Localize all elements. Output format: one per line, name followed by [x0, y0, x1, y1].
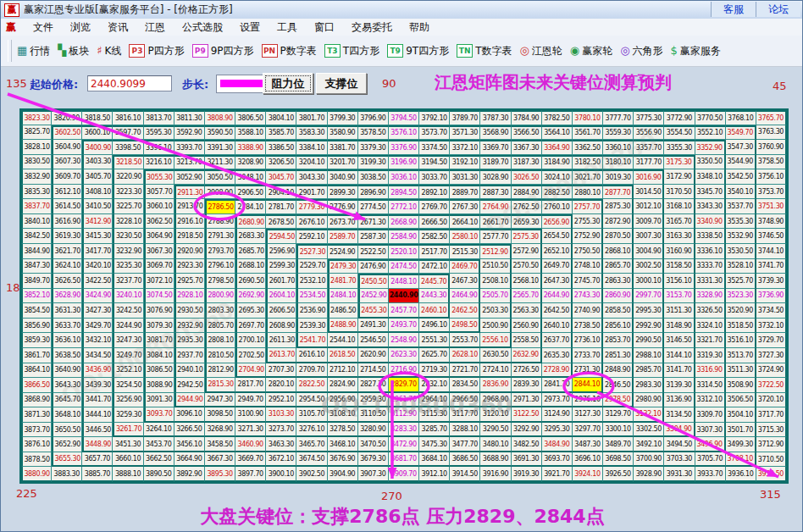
title-link-service[interactable]: 客服 — [711, 2, 756, 17]
grid-cell: 3528.10 — [726, 259, 756, 274]
grid-cell: 3736.90 — [756, 289, 787, 304]
grid-cell: 2522.50 — [358, 244, 389, 259]
menu-item[interactable]: 窗口 — [306, 20, 343, 35]
grid-cell: 2911.30 — [174, 185, 205, 200]
grid-cell: 2472.10 — [419, 259, 450, 274]
grid-cell: 3268.90 — [205, 423, 235, 438]
grid-cell: 3074.50 — [144, 289, 174, 304]
grid-cell: 2832.10 — [419, 378, 450, 393]
grid-cell: 2940.10 — [174, 363, 205, 379]
grid-cell: 2565.70 — [512, 289, 542, 304]
grid-cell: 2913.70 — [174, 199, 205, 214]
toolbar-button-T数字表[interactable]: TNT数字表 — [457, 44, 512, 58]
grid-cell: 3655.30 — [52, 452, 82, 468]
grid-cell: 3242.50 — [113, 303, 143, 319]
toolbar-button-P四方形[interactable]: P3P四方形 — [129, 44, 184, 58]
grid-cell: 3698.50 — [603, 452, 634, 468]
toolbar-button-赢家轮[interactable]: ◉赢家轮 — [570, 44, 612, 58]
dollar-icon: $ — [671, 45, 678, 57]
grid-cell: 3134.50 — [664, 407, 695, 423]
grid-cell: 3422.50 — [82, 274, 113, 289]
support-button[interactable]: 支撑位 — [316, 73, 367, 94]
grid-cell: 2448.10 — [389, 274, 419, 289]
grid-cell: 3410.50 — [82, 199, 113, 214]
menu-item[interactable]: 浏览 — [62, 20, 99, 35]
menu-item[interactable]: 交易委托 — [343, 20, 401, 35]
toolbar-button-9P四方形[interactable]: P99P四方形 — [192, 44, 254, 58]
grid-cell: 3573.70 — [419, 125, 450, 141]
grid-cell: 3578.50 — [358, 125, 389, 141]
title-link-forum[interactable]: 论坛 — [756, 2, 800, 17]
grid-cell: 3576.10 — [389, 125, 419, 141]
grid-cell: 3777.70 — [603, 110, 634, 125]
quote-grid-icon: ▦ — [17, 45, 27, 57]
grid-cell: 3628.90 — [52, 289, 82, 304]
grid-cell: 2908.90 — [205, 185, 235, 200]
grid-cell: 3208.90 — [235, 155, 266, 170]
grid-cell: 2980.90 — [634, 393, 664, 408]
grid-cell: 3160.90 — [664, 244, 695, 259]
grid-cell: 2532.10 — [296, 274, 327, 289]
grid-cell: 3744.10 — [756, 244, 787, 259]
grid-cell: 3480.10 — [480, 437, 511, 452]
grid-cell: 3230.50 — [113, 229, 143, 244]
menu-item[interactable]: 江恩 — [136, 20, 174, 35]
grid-cell: 2594.50 — [266, 229, 296, 244]
grid-cell: 3405.70 — [82, 169, 113, 185]
grid-cell: 2690.50 — [235, 274, 266, 289]
grid-cell: 3861.70 — [21, 348, 52, 363]
toolbar-button-P数字表[interactable]: PNP数字表 — [262, 44, 317, 58]
grid-cell: 3386.50 — [266, 140, 296, 155]
grid-cell: 3832.90 — [21, 169, 52, 185]
grid-cell: 2664.10 — [450, 214, 480, 230]
toolbar-button-赢家服务[interactable]: $赢家服务 — [671, 44, 721, 58]
grid-cell: 3487.30 — [573, 437, 603, 452]
window-title: 赢家江恩专业版[赢家服务平台] - [价格正方形] — [24, 3, 233, 17]
grid-cell: 3732.10 — [756, 319, 787, 334]
grid-cell: 3372.10 — [450, 140, 480, 155]
menu-item[interactable]: 工具 — [269, 20, 306, 35]
toolbar-button-六角形[interactable]: ◎六角形 — [620, 44, 662, 58]
toolbar-button-行情[interactable]: ▦行情 — [17, 44, 50, 58]
grid-cell: 3633.70 — [52, 319, 82, 334]
grid-cell: 3770.50 — [695, 110, 726, 125]
toolbar-button-K线[interactable]: ♯K线 — [97, 44, 121, 58]
grid-cell: 2757.70 — [573, 199, 603, 214]
grid-cell: 3681.70 — [389, 452, 419, 468]
grid-cell: 3688.90 — [480, 452, 511, 468]
grid-cell: 3028.90 — [480, 169, 511, 185]
grid-cell: 3607.30 — [52, 155, 82, 170]
menu-item[interactable]: 资讯 — [99, 20, 136, 35]
grid-cell: 3544.90 — [726, 155, 756, 170]
grid-cell: 2505.70 — [480, 289, 511, 304]
grid-cell: 3818.50 — [82, 110, 113, 125]
grid-cell: 3840.10 — [21, 214, 52, 230]
grid-cell: 3926.50 — [603, 467, 634, 482]
toolbar-button-板块[interactable]: ▚板块 — [58, 44, 89, 58]
grid-cell: 3280.90 — [358, 423, 389, 438]
menu-item[interactable]: 公式选股 — [174, 20, 231, 35]
menu-item[interactable]: 文件 — [25, 20, 62, 35]
menu-item[interactable]: 帮助 — [401, 20, 438, 35]
grid-cell: 3266.50 — [174, 423, 205, 438]
toolbar-button-9T四方形[interactable]: T99T四方形 — [387, 44, 449, 58]
grid-cell: 3729.70 — [756, 333, 787, 348]
grid-cell: 3225.70 — [113, 199, 143, 214]
grid-cell: 2596.90 — [266, 244, 296, 259]
p-table-icon: PN — [262, 44, 278, 58]
grid-cell: 2827.30 — [358, 378, 389, 393]
grid-cell: 3914.50 — [450, 467, 480, 482]
grid-cell: 3652.90 — [52, 437, 82, 452]
toolbar-button-T四方形[interactable]: T3T四方形 — [324, 44, 379, 58]
grid-cell: 3513.70 — [726, 348, 756, 363]
grid-cell: 3408.10 — [82, 185, 113, 200]
grid-cell: 3624.10 — [52, 259, 82, 274]
grid-cell: 3256.90 — [113, 393, 143, 408]
grid-cell: 2750.50 — [573, 244, 603, 259]
menu-item[interactable]: 设置 — [231, 20, 269, 35]
toolbar-button-江恩轮[interactable]: ◎江恩轮 — [520, 44, 562, 58]
grid-cell: 2668.90 — [389, 214, 419, 230]
start-price-input[interactable] — [87, 75, 172, 91]
grid-cell: 3506.50 — [726, 393, 756, 408]
resistance-button[interactable]: 阻力位 — [263, 73, 313, 94]
